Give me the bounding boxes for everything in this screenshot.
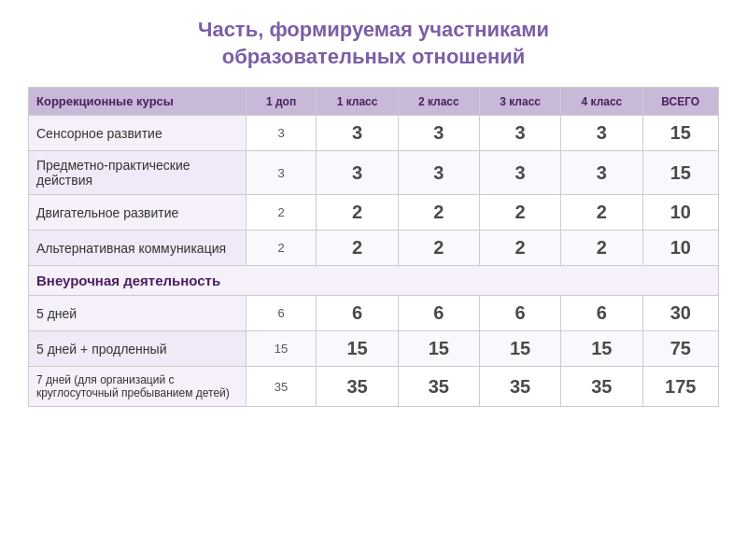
cell-v1: 15	[246, 331, 317, 367]
cell-v5: 3	[561, 151, 642, 195]
cell-total: 175	[642, 367, 718, 407]
cell-v2: 3	[317, 116, 398, 151]
section-header-label: Внеурочная деятельность	[29, 266, 719, 296]
col-header-total: ВСЕГО	[642, 88, 718, 116]
cell-total: 10	[642, 195, 718, 231]
table-row: Двигательное развитие 2 2 2 2 2 10	[29, 195, 719, 231]
cell-total: 30	[642, 296, 718, 331]
col-header-1klass: 1 класс	[317, 88, 398, 116]
table-row: 7 дней (для организаций с круглосуточный…	[29, 367, 719, 407]
cell-v5: 6	[561, 296, 642, 331]
cell-v1: 3	[246, 151, 317, 195]
cell-v3: 2	[398, 231, 479, 266]
col-header-2klass: 2 класс	[398, 88, 479, 116]
row-label: Альтернативная коммуникация	[29, 231, 247, 266]
row-label: Предметно-практические действия	[29, 151, 247, 195]
cell-v1: 2	[246, 231, 317, 266]
cell-v3: 2	[398, 195, 479, 231]
row-label: 5 дней + продленный	[29, 331, 247, 367]
cell-v1: 3	[246, 116, 317, 151]
cell-v4: 2	[479, 231, 560, 266]
cell-total: 15	[642, 151, 718, 195]
cell-v1: 2	[246, 195, 317, 231]
cell-v5: 15	[561, 331, 642, 367]
cell-v2: 2	[317, 195, 398, 231]
cell-total: 15	[642, 116, 718, 151]
row-label: Двигательное развитие	[29, 195, 247, 231]
page-title: Часть, формируемая участниками образоват…	[198, 17, 549, 70]
table-row: Альтернативная коммуникация 2 2 2 2 2 10	[29, 231, 719, 266]
main-table: Коррекционные курсы 1 доп 1 класс 2 клас…	[28, 87, 719, 407]
table-row: 5 дней 6 6 6 6 6 30	[29, 296, 719, 331]
cell-v3: 3	[398, 116, 479, 151]
row-label: 7 дней (для организаций с круглосуточный…	[29, 367, 247, 407]
cell-total: 75	[642, 331, 718, 367]
cell-total: 10	[642, 231, 718, 266]
cell-v3: 35	[398, 367, 479, 407]
cell-v2: 3	[317, 151, 398, 195]
col-header-1dop: 1 доп	[246, 88, 317, 116]
cell-v3: 6	[398, 296, 479, 331]
cell-v4: 35	[479, 367, 560, 407]
col-header-4klass: 4 класс	[561, 88, 642, 116]
cell-v2: 6	[317, 296, 398, 331]
cell-v4: 6	[479, 296, 560, 331]
cell-v4: 15	[479, 331, 560, 367]
table-row: 5 дней + продленный 15 15 15 15 15 75	[29, 331, 719, 367]
cell-v4: 3	[479, 116, 560, 151]
cell-v2: 15	[317, 331, 398, 367]
cell-v2: 35	[317, 367, 398, 407]
col-header-3klass: 3 класс	[479, 88, 560, 116]
cell-v2: 2	[317, 231, 398, 266]
table-row: Сенсорное развитие 3 3 3 3 3 15	[29, 116, 719, 151]
row-label: 5 дней	[29, 296, 247, 331]
cell-v1: 6	[246, 296, 317, 331]
cell-v5: 2	[561, 195, 642, 231]
col-header-courses: Коррекционные курсы	[29, 88, 247, 116]
cell-v3: 15	[398, 331, 479, 367]
cell-v5: 2	[561, 231, 642, 266]
cell-v1: 35	[246, 367, 317, 407]
cell-v4: 2	[479, 195, 560, 231]
cell-v4: 3	[479, 151, 560, 195]
cell-v5: 3	[561, 116, 642, 151]
row-label: Сенсорное развитие	[29, 116, 247, 151]
cell-v3: 3	[398, 151, 479, 195]
cell-v5: 35	[561, 367, 642, 407]
section-header-row: Внеурочная деятельность	[29, 266, 719, 296]
table-row: Предметно-практические действия 3 3 3 3 …	[29, 151, 719, 195]
